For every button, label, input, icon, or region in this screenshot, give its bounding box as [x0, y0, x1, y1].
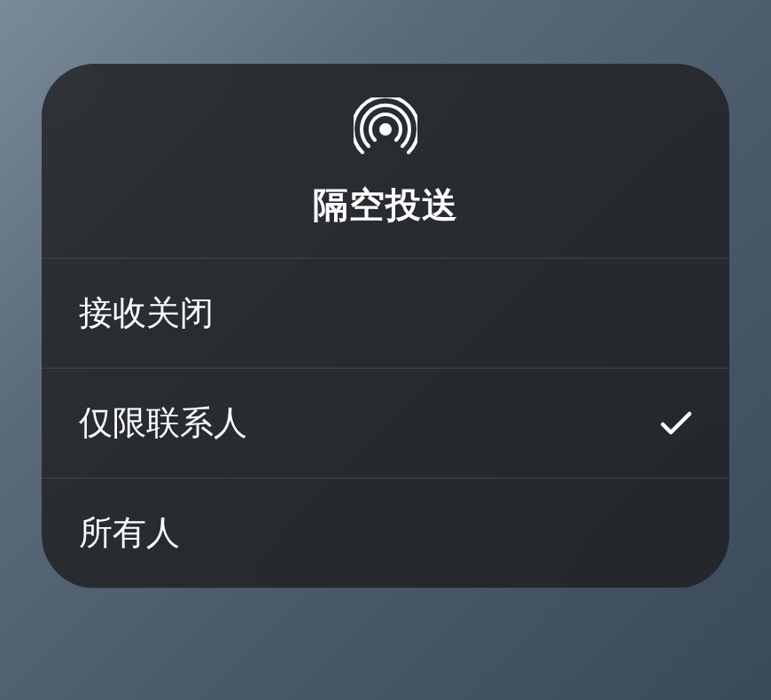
- option-everyone[interactable]: 所有人: [42, 478, 729, 588]
- option-label: 接收关闭: [79, 291, 214, 336]
- airdrop-icon: [354, 97, 417, 161]
- checkmark-icon: [660, 408, 692, 439]
- svg-point-0: [379, 123, 392, 136]
- option-contacts-only[interactable]: 仅限联系人: [42, 369, 729, 478]
- airdrop-panel: 隔空投送 接收关闭 仅限联系人 所有人: [42, 64, 729, 588]
- options-list: 接收关闭 仅限联系人 所有人: [42, 259, 729, 588]
- panel-title: 隔空投送: [313, 181, 458, 229]
- option-label: 仅限联系人: [79, 401, 247, 446]
- panel-header: 隔空投送: [42, 64, 729, 259]
- option-label: 所有人: [79, 510, 180, 556]
- option-receiving-off[interactable]: 接收关闭: [42, 259, 729, 369]
